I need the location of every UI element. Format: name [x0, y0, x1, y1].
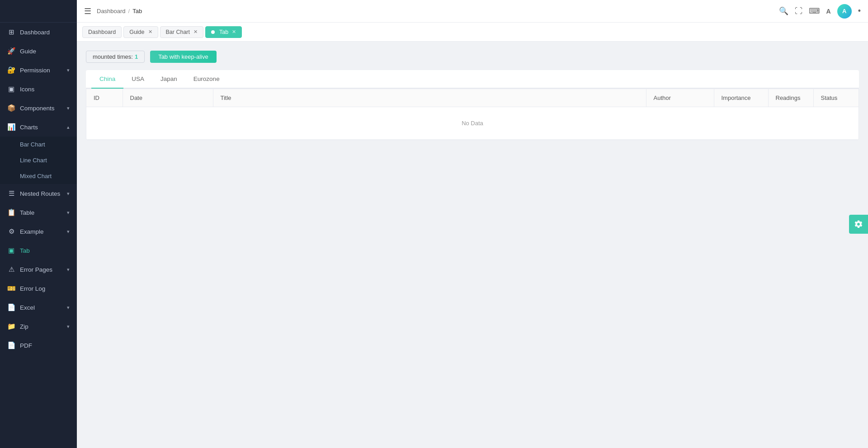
- active-dot: [211, 30, 215, 34]
- sidebar-label-components: Components: [20, 105, 55, 112]
- sidebar-item-table[interactable]: 📋 Table ▾: [0, 203, 77, 222]
- error-pages-icon: ⚠: [7, 265, 15, 274]
- sidebar-label-error-log: Error Log: [20, 285, 45, 292]
- tab-guide-close[interactable]: ✕: [148, 29, 152, 35]
- chevron-down-icon: ▾: [67, 324, 70, 330]
- inner-tabs: China USA Japan Eurozone: [86, 70, 859, 89]
- sidebar-item-guide[interactable]: 🚀 Guide: [0, 42, 77, 61]
- chevron-down-icon: ▾: [67, 191, 70, 197]
- sidebar-label-dashboard: Dashboard: [20, 29, 50, 36]
- sidebar-item-permission[interactable]: 🔐 Permission ▾: [0, 61, 77, 80]
- col-date: Date: [123, 89, 213, 107]
- keep-alive-label: Tab with keep-alive: [158, 53, 208, 60]
- sidebar-item-icons[interactable]: ▣ Icons: [0, 80, 77, 99]
- tabs-bar: Dashboard Guide ✕ Bar Chart ✕ Tab ✕: [77, 23, 868, 42]
- zip-icon: 📁: [7, 322, 15, 330]
- breadcrumb-dashboard[interactable]: Dashboard: [97, 8, 126, 14]
- col-title: Title: [213, 89, 646, 107]
- text-icon[interactable]: A: [826, 8, 831, 15]
- sidebar-item-excel[interactable]: 📄 Excel ▾: [0, 298, 77, 317]
- charts-submenu: Bar Chart Line Chart Mixed Chart: [0, 137, 77, 184]
- sidebar-label-zip: Zip: [20, 323, 28, 330]
- sidebar-label-error-pages: Error Pages: [20, 266, 52, 273]
- sidebar-item-error-log[interactable]: 🎫 Error Log: [0, 279, 77, 298]
- tab-bar-chart-close[interactable]: ✕: [193, 29, 198, 35]
- dashboard-icon: ⊞: [7, 28, 15, 36]
- tab-dashboard[interactable]: Dashboard: [82, 26, 122, 38]
- col-id: ID: [86, 89, 123, 107]
- search-icon[interactable]: 🔍: [779, 6, 788, 16]
- more-icon[interactable]: •: [858, 6, 861, 16]
- sidebar-item-nested-routes[interactable]: ☰ Nested Routes ▾: [0, 184, 77, 203]
- fullscreen-icon[interactable]: ⛶: [795, 7, 802, 16]
- sidebar-item-tab[interactable]: ▣ Tab: [0, 241, 77, 260]
- sidebar-label-charts: Charts: [20, 124, 38, 131]
- mounted-count: 1: [135, 53, 138, 60]
- tab-guide-label: Guide: [129, 29, 144, 35]
- no-data-row: No Data: [86, 107, 859, 140]
- tab-tab[interactable]: Tab ✕: [205, 26, 242, 38]
- col-readings: Readings: [768, 89, 813, 107]
- keep-alive-button[interactable]: Tab with keep-alive: [150, 51, 217, 63]
- floating-settings-button[interactable]: [849, 215, 868, 234]
- tab-dashboard-label: Dashboard: [88, 29, 116, 35]
- sidebar: ⊞ Dashboard 🚀 Guide 🔐 Permission ▾ ▣ Ico…: [0, 0, 77, 448]
- col-importance: Importance: [714, 89, 768, 107]
- chevron-down-icon: ▾: [67, 67, 70, 73]
- inner-tab-japan[interactable]: Japan: [152, 70, 185, 89]
- col-status: Status: [813, 89, 859, 107]
- sidebar-label-excel: Excel: [20, 304, 35, 311]
- guide-icon: 🚀: [7, 47, 15, 55]
- inner-tab-china[interactable]: China: [91, 70, 123, 89]
- chevron-down-icon: ▾: [67, 105, 70, 111]
- tab-bar-chart-label: Bar Chart: [166, 29, 190, 35]
- sidebar-item-error-pages[interactable]: ⚠ Error Pages ▾: [0, 260, 77, 279]
- mounted-times-badge: mounted times : 1: [86, 51, 145, 63]
- data-table-container: ID Date Title Author Importance Readings…: [86, 89, 859, 140]
- settings-icon: [854, 220, 863, 229]
- sidebar-item-components[interactable]: 📦 Components ▾: [0, 99, 77, 118]
- sidebar-label-nested-routes: Nested Routes: [20, 190, 60, 197]
- sidebar-item-line-chart[interactable]: Line Chart: [0, 152, 77, 168]
- tab-icon: ▣: [7, 246, 15, 255]
- mounted-colon: :: [131, 53, 133, 60]
- no-data-text: No Data: [86, 107, 859, 140]
- col-author: Author: [646, 89, 714, 107]
- header: ☰ Dashboard / Tab 🔍 ⛶ ⌨ A A •: [77, 0, 868, 23]
- icons-icon: ▣: [7, 85, 15, 93]
- sidebar-item-zip[interactable]: 📁 Zip ▾: [0, 317, 77, 336]
- hamburger-icon[interactable]: ☰: [84, 6, 91, 16]
- sidebar-item-mixed-chart[interactable]: Mixed Chart: [0, 168, 77, 184]
- chevron-up-icon: ▴: [67, 124, 70, 130]
- sidebar-label-guide: Guide: [20, 48, 36, 55]
- sidebar-item-charts[interactable]: 📊 Charts ▴: [0, 118, 77, 137]
- inner-tab-usa[interactable]: USA: [123, 70, 152, 89]
- table-icon: 📋: [7, 208, 15, 217]
- data-table: ID Date Title Author Importance Readings…: [86, 89, 859, 140]
- sidebar-label-table: Table: [20, 209, 34, 216]
- components-icon: 📦: [7, 104, 15, 112]
- chevron-down-icon: ▾: [67, 267, 70, 273]
- sidebar-item-dashboard[interactable]: ⊞ Dashboard: [0, 23, 77, 42]
- breadcrumb: Dashboard / Tab: [97, 8, 774, 14]
- permission-icon: 🔐: [7, 66, 15, 74]
- sidebar-label-pdf: PDF: [20, 342, 32, 349]
- excel-icon: 📄: [7, 303, 15, 311]
- sidebar-item-example[interactable]: ⚙ Example ▾: [0, 222, 77, 241]
- tab-tab-close[interactable]: ✕: [232, 29, 236, 35]
- sidebar-logo: [0, 0, 77, 23]
- sidebar-item-bar-chart[interactable]: Bar Chart: [0, 137, 77, 152]
- avatar[interactable]: A: [837, 4, 852, 19]
- tab-bar-chart[interactable]: Bar Chart ✕: [160, 26, 204, 38]
- sidebar-label-example: Example: [20, 228, 44, 235]
- tab-guide[interactable]: Guide ✕: [123, 26, 158, 38]
- error-log-icon: 🎫: [7, 284, 15, 292]
- header-icons: 🔍 ⛶ ⌨ A A •: [779, 4, 861, 19]
- sidebar-item-pdf[interactable]: 📄 PDF: [0, 336, 77, 355]
- keyboard-icon[interactable]: ⌨: [809, 6, 820, 16]
- inner-tab-eurozone[interactable]: Eurozone: [185, 70, 228, 89]
- charts-icon: 📊: [7, 123, 15, 131]
- breadcrumb-current: Tab: [132, 8, 142, 14]
- breadcrumb-separator: /: [128, 8, 130, 14]
- chevron-down-icon: ▾: [67, 210, 70, 216]
